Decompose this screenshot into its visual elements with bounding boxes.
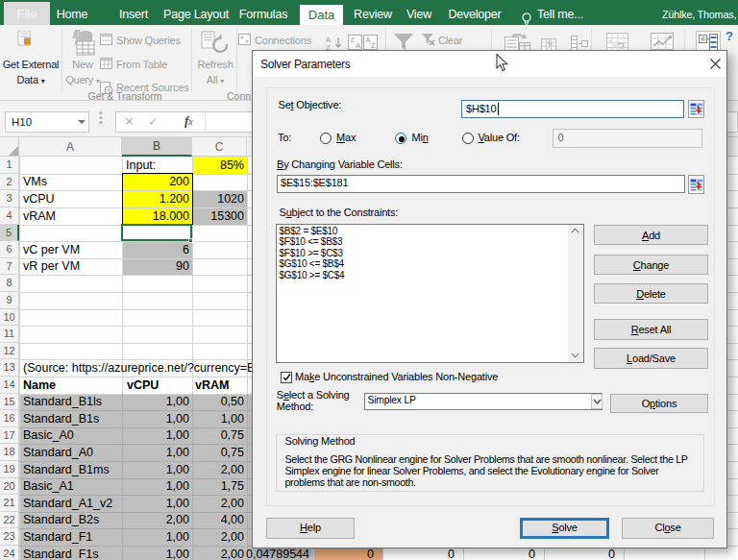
svg-text:Z: Z (326, 43, 331, 50)
svg-text:A: A (366, 36, 371, 44)
svg-text:A: A (356, 41, 360, 50)
svg-text:Z: Z (351, 36, 356, 44)
svg-text:Z: Z (371, 41, 376, 50)
